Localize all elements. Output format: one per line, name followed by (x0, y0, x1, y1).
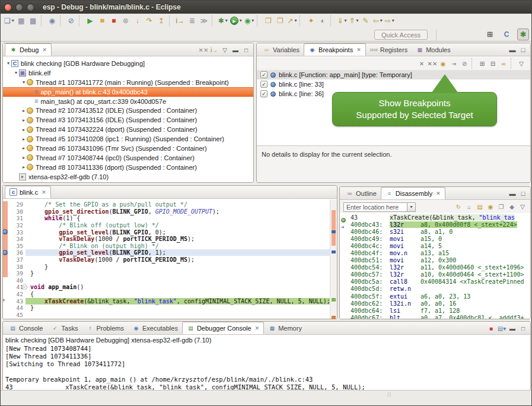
skip-all-breakpoints-icon[interactable]: ⊘ (459, 58, 470, 69)
minimize-icon[interactable]: ▬ (230, 45, 241, 55)
view-menu-icon[interactable]: ▽ (219, 45, 230, 55)
go-to-file-icon[interactable]: ⇥ (448, 58, 459, 69)
disassembly-row[interactable]: 400dbc67:blta0, a7, 0x400dbc81 <__adddf3… (340, 314, 530, 319)
tree-expander-icon[interactable]: ▸ (21, 108, 27, 113)
editor-line[interactable]: ➜43 xTaskCreate(&blink_task, "blink_task… (3, 297, 337, 304)
save-icon[interactable]: ▦ (15, 15, 27, 27)
editor-line[interactable]: 33 gpio_set_level(BLINK_GPIO, 0); (3, 229, 337, 236)
toggle-breakpoint-icon[interactable]: ◉ (46, 15, 58, 27)
restart-icon[interactable]: i→ (209, 45, 219, 55)
line-number[interactable]: 44 (8, 304, 26, 311)
tab-debugger-console[interactable]: ▤Debugger Console✕ (182, 322, 264, 334)
step-into-icon[interactable]: ↓ (132, 15, 144, 27)
tree-expander-icon[interactable]: ▸ (21, 164, 27, 170)
line-number[interactable]: 42 (8, 291, 26, 297)
run-icon[interactable]: ▶▾ (229, 15, 243, 27)
line-number[interactable]: 38 (8, 264, 26, 270)
debug-tree-item[interactable]: ≡main_task() at cpu_start.c:339 0x400d05… (3, 97, 253, 106)
debug-tree-item[interactable]: ▾Cblink checking [GDB Hardware Debugging… (3, 59, 253, 68)
breakpoint-row[interactable]: ✓blink.c [line: 33] (257, 80, 530, 89)
editor-line[interactable]: 41−void app_main() (3, 284, 337, 291)
search-icon[interactable]: ✦ (305, 15, 317, 27)
editor-line[interactable]: 32 /* Blink off (output low) */ (3, 222, 337, 229)
tree-expander-icon[interactable]: ▾ (5, 61, 11, 66)
editor-line[interactable]: 37 vTaskDelay(1000 / portTICK_PERIOD_MS)… (3, 256, 337, 264)
save-all-icon[interactable]: ▩ (27, 15, 39, 27)
editor-line[interactable]: 35 /* Blink on (output high) */ (3, 243, 337, 250)
maximize-icon[interactable]: □ (241, 45, 251, 55)
debug-tree-item[interactable]: ▾▦blink.elf (3, 68, 253, 78)
breakpoint-checkbox[interactable]: ✓ (260, 90, 267, 97)
close-icon[interactable]: ✕ (255, 325, 260, 331)
remove-all-terminated-icon[interactable]: ✕✕ (198, 45, 209, 55)
editor-line[interactable]: 31 while(1) { (3, 215, 337, 222)
editor-line[interactable]: 38 } (3, 263, 337, 270)
link-with-debug-icon[interactable]: ∞ (498, 58, 509, 69)
line-number[interactable]: 36 (8, 249, 26, 256)
editor-line[interactable]: 44} (3, 304, 337, 312)
tab-modules[interactable]: ▦Modules (412, 43, 455, 56)
tab-memory[interactable]: ▦Memory (264, 322, 306, 334)
tab-registers[interactable]: 1010Registers (366, 43, 412, 56)
close-icon[interactable]: ✕ (356, 47, 361, 53)
close-icon[interactable]: ✕ (42, 189, 46, 195)
code-editor[interactable]: 29 /* Set the GPIO as a push/pull output… (3, 199, 337, 319)
disassembly-row[interactable]: 400dbc5d:retw.n (340, 286, 530, 293)
minimize-icon[interactable]: ▬ (507, 323, 518, 334)
tab-tasks[interactable]: ✓Tasks (47, 322, 82, 334)
line-number[interactable]: 32 (8, 222, 26, 229)
tree-expander-icon[interactable]: ▸ (21, 127, 27, 132)
tab-outline[interactable]: ≔Outline (342, 187, 381, 199)
editor-line[interactable]: 45 (3, 312, 337, 319)
editor-line[interactable]: 36 gpio_set_level(BLINK_GPIO, 1); (3, 249, 337, 256)
tree-expander-icon[interactable]: ▸ (21, 137, 27, 142)
debug-tree-item[interactable]: ▸xtensa-esp32-elf-gdb (7.10) (3, 172, 253, 182)
tree-expander-icon[interactable]: ▾ (13, 70, 19, 75)
refresh-icon[interactable]: ↻ (453, 202, 464, 212)
debug-tree-item[interactable]: ▸Thread #2 1073413512 (IDLE) (Suspended … (3, 106, 253, 115)
maximize-icon[interactable]: □ (518, 45, 528, 55)
breakpoint-checkbox[interactable]: ✓ (260, 71, 267, 78)
home-icon[interactable]: ⌂ (464, 202, 474, 212)
minimize-icon[interactable]: ▬ (507, 45, 518, 55)
new-wizard-icon[interactable]: ❏▾ (3, 15, 15, 27)
close-icon[interactable]: ✕ (436, 191, 441, 196)
back-icon[interactable]: ⇦▾ (372, 15, 384, 27)
line-number[interactable]: 39 (8, 270, 26, 277)
display-console-icon[interactable]: ▤▾ (496, 323, 507, 334)
breakpoint-checkbox[interactable]: ✓ (260, 81, 267, 88)
editor-line[interactable]: 29 /* Set the GPIO as a push/pull output… (3, 201, 337, 208)
tree-expander-icon[interactable]: ▾ (21, 80, 27, 85)
debug-perspective-icon[interactable]: ✱ (517, 28, 529, 40)
disassembly-row[interactable]: 400dbc49:movia15, 0 (340, 235, 530, 242)
line-number[interactable]: 40 (8, 277, 26, 284)
maximize-icon[interactable]: □ (518, 323, 528, 334)
tab-variables[interactable]: (x)Variables (259, 43, 304, 56)
editor-line[interactable]: 39} (3, 270, 337, 277)
collapse-all-icon[interactable]: ⊟ (488, 58, 498, 69)
breakpoint-row[interactable]: ✓blink.c [Function: app_main] [type: Tem… (257, 70, 530, 80)
disassembly-row[interactable]: 400dbc54:l32ra11, 0x400d0460 <_stext+109… (340, 264, 530, 271)
suspend-icon[interactable]: ▮▮ (96, 15, 108, 27)
drop-to-frame-icon[interactable]: ≣ (186, 15, 198, 27)
tree-expander-icon[interactable]: ▸ (21, 118, 27, 123)
location-input[interactable]: Enter location here (343, 202, 407, 212)
debug-tree-item[interactable]: ≡app_main() at blink.c:43 0x400dbc43 (3, 87, 253, 97)
instruction-stepping-icon[interactable]: ≫ (198, 15, 210, 27)
restart-icon[interactable]: i→ (174, 15, 186, 27)
line-number[interactable]: 35 (8, 243, 26, 249)
disassembly-row[interactable]: 400dbc64:lsif7, a1, 128 (340, 307, 530, 314)
profile-icon[interactable]: ◉▾ (243, 15, 256, 27)
editor-line[interactable]: 34 vTaskDelay(1000 / portTICK_PERIOD_MS)… (3, 236, 337, 243)
forward-icon[interactable]: ⇨▾ (384, 15, 396, 27)
terminate-icon[interactable]: ■ (486, 323, 496, 334)
maximize-icon[interactable]: □ (518, 188, 528, 199)
debug-tree-item[interactable]: ▸Thread #3 1073413156 (IDLE) (Suspended … (3, 115, 253, 125)
tree-expander-icon[interactable]: ▸ (21, 145, 27, 151)
window-maximize-button[interactable] (27, 4, 34, 11)
disconnect-icon[interactable]: ⊗ (120, 15, 132, 27)
disassembly-row[interactable]: 400dbc62:l32i.na0, a0, 16 (340, 300, 530, 307)
remove-all-breakpoints-icon[interactable]: ✕✕ (427, 58, 438, 69)
chevron-down-icon[interactable]: ▾ (407, 202, 416, 212)
skip-all-breakpoints-icon[interactable]: ⊘ (65, 15, 77, 27)
